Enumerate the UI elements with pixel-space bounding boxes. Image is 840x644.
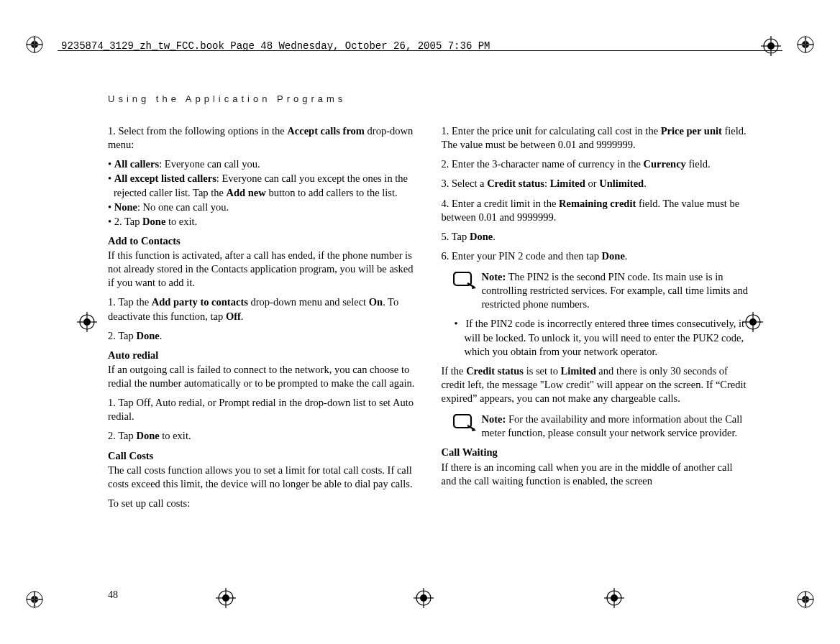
add-to-contacts-heading: Add to Contacts xyxy=(108,234,417,248)
auto-redial-heading: Auto redial xyxy=(108,349,417,362)
note-icon xyxy=(453,414,476,433)
add-to-contacts-body: If this function is activated, after a c… xyxy=(108,249,417,290)
auto-redial-body: If an outgoing call is failed to connect… xyxy=(108,363,417,390)
call-costs-heading: Call Costs xyxy=(108,449,417,463)
svg-marker-51 xyxy=(472,428,476,431)
callcosts-step1: 1. Enter the price unit for calculating … xyxy=(442,124,751,152)
add-to-contacts-step1: 1. Tap the Add party to contacts drop-do… xyxy=(108,295,417,323)
credit-status-para: If the Credit status is set to Limited a… xyxy=(442,364,751,405)
header-meta-text: 9235874_3129_zh_tw_FCC.book Page 48 Wedn… xyxy=(61,40,490,52)
call-costs-setup: To set up call costs: xyxy=(108,497,417,510)
registration-mark-icon xyxy=(26,591,43,608)
crosshair-icon xyxy=(77,312,97,332)
svg-rect-17 xyxy=(26,599,43,599)
note-pin2-sub: • If the PIN2 code is incorrectly entere… xyxy=(442,317,751,358)
callcosts-step5: 5. Tap Done. xyxy=(442,230,751,244)
left-column: 1. Select from the following options in … xyxy=(108,124,417,516)
add-to-contacts-step2: 2. Tap Done. xyxy=(108,329,417,343)
accept-calls-step1: 1. Select from the following options in … xyxy=(108,124,417,152)
call-costs-body: The call costs function allows you to se… xyxy=(108,464,417,491)
right-column: 1. Enter the price unit for calculating … xyxy=(442,124,751,516)
page-content: Using the Application Programs 1. Select… xyxy=(108,93,750,601)
bullet-all-callers: • All callers: Everyone can call you. xyxy=(108,157,417,171)
accept-calls-step2: • 2. Tap Done to exit. xyxy=(108,215,417,229)
auto-redial-step1: 1. Tap Off, Auto redial, or Prompt redia… xyxy=(108,396,417,423)
page-number: 48 xyxy=(108,589,118,601)
callcosts-step2: 2. Enter the 3-character name of currenc… xyxy=(442,157,751,171)
call-waiting-body: If there is an incoming call when you ar… xyxy=(442,461,751,488)
callcosts-step3: 3. Select a Credit status: Limited or Un… xyxy=(442,177,751,190)
auto-redial-step2: 2. Tap Done to exit. xyxy=(108,429,417,443)
callcosts-step4: 4. Enter a credit limit in the Remaining… xyxy=(442,197,751,224)
registration-mark-icon xyxy=(797,591,814,608)
bullet-none: • None: No one can call you. xyxy=(108,201,417,214)
section-title: Using the Application Programs xyxy=(108,93,750,104)
note-availability: Note: For the availability and more info… xyxy=(442,413,751,440)
svg-rect-23 xyxy=(797,599,814,599)
note-icon xyxy=(453,272,476,290)
note-pin2: Note: The PIN2 is the second PIN code. I… xyxy=(442,270,751,311)
call-waiting-heading: Call Waiting xyxy=(442,446,751,459)
svg-marker-49 xyxy=(472,285,476,289)
bullet-all-except: • All except listed callers: Everyone ca… xyxy=(108,172,417,199)
header-bar: 9235874_3129_zh_tw_FCC.book Page 48 Wedn… xyxy=(25,34,815,58)
callcosts-step6: 6. Enter your PIN 2 code and then tap Do… xyxy=(442,249,751,263)
